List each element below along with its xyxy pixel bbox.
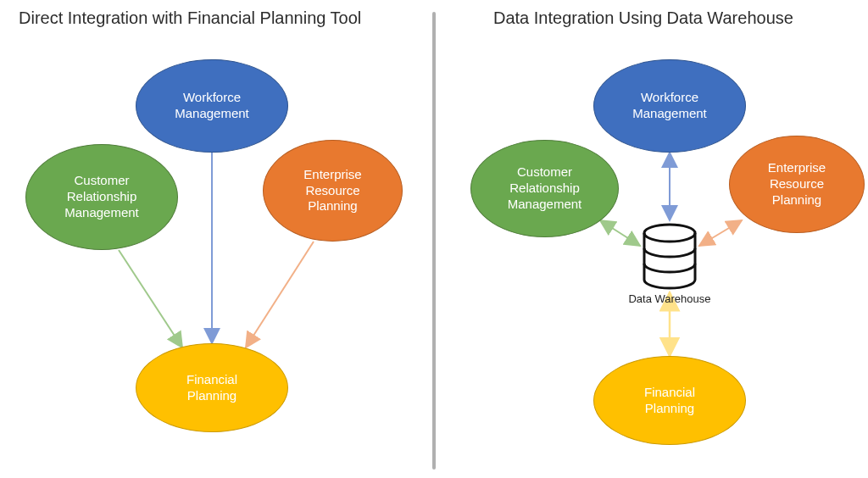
arrow-erp-to-fp [246, 242, 314, 347]
right-title: Data Integration Using Data Warehouse [493, 8, 793, 28]
data-warehouse-label: Data Warehouse [619, 292, 721, 305]
node-erp-right: EnterpriseResourcePlanning [729, 136, 865, 233]
arrow-crm-dw [600, 220, 640, 246]
node-workforce-right: WorkforceManagement [593, 59, 746, 153]
vertical-divider [432, 12, 436, 470]
node-erp-left: EnterpriseResourcePlanning [263, 140, 403, 242]
node-fp-left: FinancialPlanning [136, 343, 288, 432]
arrow-crm-to-fp [119, 250, 182, 347]
node-crm-right: CustomerRelationshipManagement [470, 140, 619, 237]
arrow-erp-dw [699, 220, 742, 246]
node-crm-left: CustomerRelationshipManagement [25, 144, 178, 250]
data-warehouse-icon [644, 225, 695, 288]
left-title: Direct Integration with Financial Planni… [19, 8, 361, 28]
node-fp-right: FinancialPlanning [593, 356, 746, 445]
svg-point-0 [644, 225, 695, 242]
node-workforce-left: WorkforceManagement [136, 59, 288, 153]
diagram-stage: Direct Integration with Financial Planni… [0, 0, 868, 478]
